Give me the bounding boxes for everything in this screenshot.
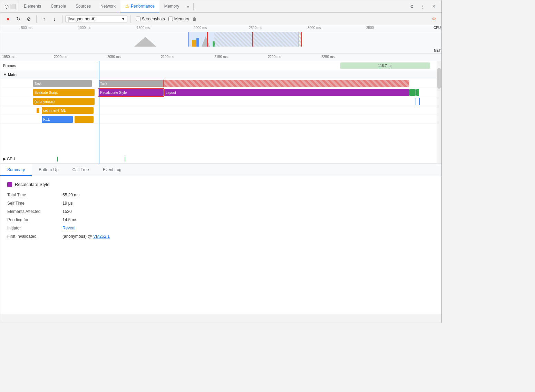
elements-affected-value: 1520 xyxy=(62,209,72,214)
tab-network[interactable]: Network xyxy=(96,0,120,12)
detail-tick-2050: 2050 ms xyxy=(107,55,120,59)
ruler-tick-2500: 2500 ms xyxy=(249,26,262,30)
detail-tick-2000: 2000 ms xyxy=(54,55,67,59)
first-invalidated-row: First Invalidated (anonymous) @ VM262:1 xyxy=(7,234,435,239)
scrollbar-thumb[interactable] xyxy=(437,68,441,89)
detail-timeline[interactable]: 1950 ms 2000 ms 2050 ms 2100 ms 2150 ms … xyxy=(0,53,441,164)
total-time-label: Total Time xyxy=(7,193,62,197)
evaluate-recalculate-row: Evaluate Script Recalculate Style Layout xyxy=(30,88,441,97)
ruler-spacer xyxy=(0,53,30,61)
clear-icon: ⊘ xyxy=(27,16,31,22)
total-time-value: 55.20 ms xyxy=(62,193,79,197)
memory-checkbox[interactable] xyxy=(168,17,173,21)
cpu-hatch-area xyxy=(214,32,301,47)
gpu-content xyxy=(30,155,441,163)
cpu-shape-blue xyxy=(196,38,199,47)
layout-bar[interactable]: Layout xyxy=(164,89,409,96)
anonymous-bar[interactable]: (anonymous) xyxy=(33,98,95,105)
tab-event-log[interactable]: Event Log xyxy=(96,164,128,176)
gpu-label[interactable]: ▶ GPU xyxy=(0,157,30,161)
toolbar-separator-1 xyxy=(36,15,37,23)
set-innerhtml-row: set innerHTML xyxy=(30,106,441,115)
task-label xyxy=(0,79,30,88)
tab-more-button[interactable]: » xyxy=(184,4,192,9)
toolbar-separator-2 xyxy=(62,15,62,23)
pl-row: P...L xyxy=(30,115,441,124)
small-yellow-marker xyxy=(37,108,39,113)
vm262-link[interactable]: VM262:1 xyxy=(93,234,110,239)
tab-call-tree[interactable]: Call Tree xyxy=(66,164,96,176)
close-button[interactable]: ✕ xyxy=(429,2,439,11)
red-mark-1 xyxy=(207,32,208,47)
download-button[interactable]: ↓ xyxy=(50,14,59,24)
settings-button[interactable]: ⚙ xyxy=(407,2,417,11)
frame-bar[interactable]: 116.7 ms xyxy=(340,62,430,69)
screenshots-checkbox[interactable] xyxy=(136,17,140,21)
more-options-button[interactable]: ⋮ xyxy=(418,2,428,11)
record-button[interactable]: ● xyxy=(3,14,13,24)
tab-memory[interactable]: Memory xyxy=(159,0,184,12)
summary-content: Recalculate Style Total Time 55.20 ms Se… xyxy=(0,176,441,314)
recalculate-style-bar[interactable]: Recalculate Style xyxy=(99,89,164,96)
detail-tick-2250: 2250 ms xyxy=(321,55,334,59)
upload-button[interactable]: ↑ xyxy=(39,14,49,24)
evaluate-script-bar[interactable]: Evaluate Script xyxy=(33,89,95,96)
blue-line-1 xyxy=(416,98,416,105)
reload-icon: ↻ xyxy=(16,16,21,22)
set-innerhtml-bar[interactable]: set innerHTML xyxy=(42,107,94,114)
green-bar-2 xyxy=(416,89,419,96)
performance-settings-button[interactable]: ⚙ xyxy=(429,14,439,24)
tab-summary[interactable]: Summary xyxy=(0,164,32,176)
memory-checkbox-label[interactable]: Memory xyxy=(168,17,189,21)
tab-console[interactable]: Console xyxy=(46,0,71,12)
profile-selector[interactable]: jlwagner.net #1 ▾ xyxy=(65,16,127,22)
cpu-bar-area xyxy=(0,32,441,47)
main-label[interactable]: ▼ Main xyxy=(0,70,30,79)
gpu-section: ▶ GPU xyxy=(0,155,441,164)
bottom-tabs: Summary Bottom-Up Call Tree Event Log xyxy=(0,164,441,176)
detail-ruler: 1950 ms 2000 ms 2050 ms 2100 ms 2150 ms … xyxy=(0,53,441,61)
first-invalidated-value: (anonymous) @ VM262:1 xyxy=(62,234,110,239)
first-invalidated-anon: (anonymous) @ VM262:1 xyxy=(62,234,110,239)
gpu-tick-2 xyxy=(125,157,125,161)
detail-tick-2200: 2200 ms xyxy=(268,55,281,59)
timeline-overview[interactable]: 500 ms 1000 ms 1500 ms 2000 ms 2500 ms 3… xyxy=(0,25,441,53)
vertical-scrollbar[interactable] xyxy=(437,61,441,164)
tab-performance[interactable]: ⚠ Performance xyxy=(120,0,159,12)
detail-tick-2150: 2150 ms xyxy=(214,55,227,59)
ruler-tick-3000: 3000 ms xyxy=(308,26,321,30)
tab-bottom-up[interactable]: Bottom-Up xyxy=(32,164,65,176)
toolbar-separator-3 xyxy=(130,15,130,23)
self-time-label: Self Time xyxy=(7,201,62,206)
devtools-tab-bar: ⬡ ⬜ Elements Console Sources Network ⚠ P… xyxy=(0,0,441,13)
yellow-small-bar xyxy=(75,116,94,123)
inspect-icon[interactable]: ⬜ xyxy=(10,4,16,9)
cpu-shape-1 xyxy=(132,37,159,47)
blue-line-2 xyxy=(419,98,420,105)
gpu-row[interactable]: ▶ GPU xyxy=(0,155,441,164)
pl-label xyxy=(0,115,30,124)
initiator-reveal-link[interactable]: Reveal xyxy=(62,226,75,231)
pending-for-row: Pending for 14.5 ms xyxy=(7,217,435,222)
clear-button[interactable]: ⊘ xyxy=(24,14,33,24)
selection-line xyxy=(99,61,99,164)
first-invalidated-section: First Invalidated (anonymous) @ VM262:1 xyxy=(7,234,435,239)
screenshots-checkbox-label[interactable]: Screenshots xyxy=(136,17,165,21)
delete-profile-button[interactable]: 🗑 xyxy=(190,14,200,24)
net-label: NET xyxy=(434,49,441,52)
ruler-tick-500: 500 ms xyxy=(21,26,32,30)
total-time-row: Total Time 55.20 ms xyxy=(7,193,435,197)
task-bar-1[interactable]: Task xyxy=(33,80,92,87)
row-labels: Frames ▼ Main xyxy=(0,53,30,124)
anonymous-label xyxy=(0,97,30,106)
reload-button[interactable]: ↻ xyxy=(13,14,23,24)
green-bar-1 xyxy=(409,89,416,96)
frames-row: 116.7 ms xyxy=(30,61,441,70)
task-row-1: Task Task xyxy=(30,79,441,88)
cpu-shape-yellow xyxy=(192,40,196,47)
tab-sources[interactable]: Sources xyxy=(71,0,96,12)
red-mark-2 xyxy=(252,32,253,47)
anonymous-row: (anonymous) xyxy=(30,97,441,106)
tab-elements[interactable]: Elements xyxy=(19,0,46,12)
pl-bar[interactable]: P...L xyxy=(42,116,73,123)
